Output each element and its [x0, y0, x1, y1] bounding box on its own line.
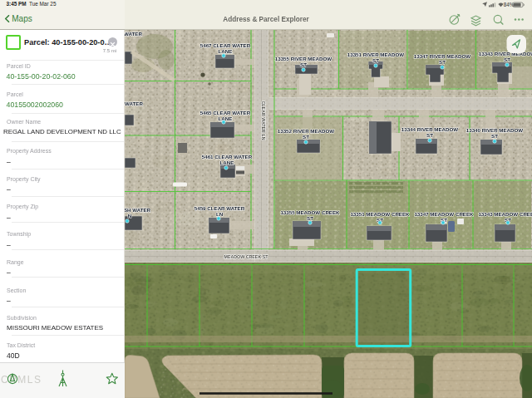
svg-text:LANE: LANE: [219, 48, 233, 54]
svg-text:5465 CLEAR WATER: 5465 CLEAR WATER: [200, 110, 251, 115]
svg-text:ST: ST: [491, 133, 498, 139]
svg-text:ST: ST: [504, 57, 510, 62]
svg-text:5459 CLEAR WATER: 5459 CLEAR WATER: [195, 205, 245, 211]
svg-text:13343 MEADOW CREEK: 13343 MEADOW CREEK: [478, 211, 532, 217]
svg-text:WATER: WATER: [125, 101, 143, 106]
svg-text:N: N: [128, 213, 132, 219]
svg-text:13347 RIVER MEADOW: 13347 RIVER MEADOW: [414, 53, 471, 59]
svg-text:13355 MEADOW CREEK: 13355 MEADOW CREEK: [280, 209, 340, 215]
svg-text:ST: ST: [307, 215, 313, 221]
svg-text:SH WATER: SH WATER: [125, 207, 151, 213]
svg-text:MEADOW CREEK ST: MEADOW CREEK ST: [224, 254, 269, 259]
svg-text:LANE: LANE: [220, 160, 234, 165]
svg-text:13355 RIVER MEADOW: 13355 RIVER MEADOW: [275, 56, 332, 61]
svg-text:LN: LN: [216, 211, 224, 217]
svg-text:13347 MEADOW CREEK: 13347 MEADOW CREEK: [414, 211, 474, 217]
svg-text:13344 RIVER MEADOW: 13344 RIVER MEADOW: [401, 126, 459, 132]
svg-text:ST: ST: [439, 59, 446, 65]
svg-text:WATER: WATER: [125, 31, 142, 37]
svg-text:13340 RIVER MEADOW: 13340 RIVER MEADOW: [466, 127, 524, 133]
svg-text:13351 MEADOW CREEK: 13351 MEADOW CREEK: [350, 211, 410, 217]
svg-text:ST: ST: [372, 57, 379, 63]
svg-text:5461 CLEAR WATER: 5461 CLEAR WATER: [202, 154, 253, 160]
svg-text:ST: ST: [300, 61, 307, 67]
svg-text:ST: ST: [426, 132, 433, 138]
svg-text:13352 RIVER MEADOW: 13352 RIVER MEADOW: [278, 128, 335, 134]
svg-text:13351 RIVER MEADOW: 13351 RIVER MEADOW: [347, 52, 405, 57]
svg-text:CLEAR WATER LN: CLEAR WATER LN: [261, 101, 266, 140]
svg-text:ST: ST: [303, 134, 309, 140]
svg-text:LANE: LANE: [219, 115, 233, 121]
svg-text:5467 CLEAR WATER: 5467 CLEAR WATER: [200, 42, 251, 48]
